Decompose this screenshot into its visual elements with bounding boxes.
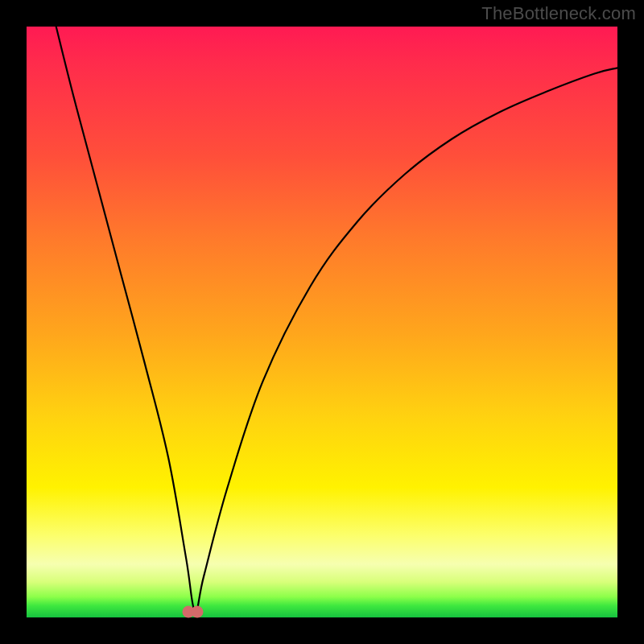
optimum-marker-secondary	[191, 605, 203, 617]
watermark-text: TheBottleneck.com	[481, 3, 636, 24]
plot-area	[27, 27, 617, 617]
bottleneck-curve	[56, 27, 617, 612]
chart-frame: TheBottleneck.com	[0, 0, 644, 644]
curve-svg	[27, 27, 617, 617]
